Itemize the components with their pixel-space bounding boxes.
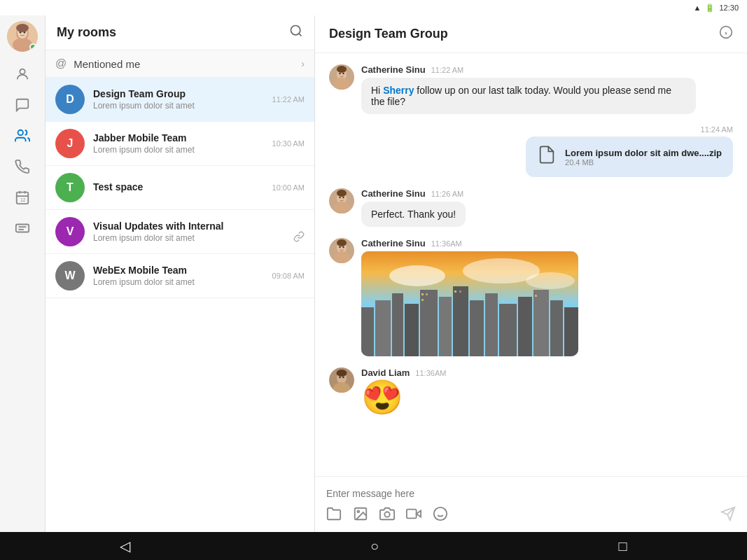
nav-voicemail[interactable]: [8, 214, 36, 242]
room-item-design[interactable]: D Design Team Group Lorem ipsum dolor si…: [46, 78, 314, 122]
room-avatar-d: D: [55, 85, 85, 114]
room-item-visual[interactable]: V Visual Updates with Internal Lorem ips…: [46, 210, 314, 254]
svg-rect-59: [550, 300, 563, 356]
room-item-webex[interactable]: W WebEx Mobile Team Lorem ipsum dolor si…: [46, 254, 314, 298]
catherine-avatar-3: [329, 238, 354, 263]
home-button[interactable]: ○: [370, 538, 379, 554]
svg-rect-52: [439, 297, 452, 356]
file-bubble: Lorem ipsum dolor sit aim dwe....zip 20.…: [526, 136, 733, 177]
svg-rect-53: [453, 286, 468, 356]
svg-rect-77: [407, 510, 417, 519]
attach-image-button[interactable]: [353, 506, 368, 525]
msg-header-3: Catherine Sinu 11:26 AM: [361, 188, 733, 199]
svg-point-40: [339, 246, 340, 248]
svg-line-18: [299, 34, 302, 36]
mention-icon: @: [55, 57, 67, 70]
chat-info-button[interactable]: [719, 25, 733, 43]
room-list-panel: My rooms @ Mentioned me › D Design Team …: [46, 15, 315, 532]
svg-rect-58: [533, 290, 549, 356]
svg-rect-14: [16, 225, 29, 232]
msg-text-after: follow up on our last talk today. Would …: [371, 85, 671, 107]
svg-rect-61: [421, 293, 424, 295]
svg-marker-76: [417, 510, 421, 517]
room-list-title: My rooms: [57, 25, 116, 40]
svg-rect-56: [499, 304, 517, 356]
message-group-4: Catherine Sinu 11:36AM: [329, 238, 733, 356]
svg-point-7: [20, 69, 25, 74]
recents-button[interactable]: □: [619, 538, 627, 554]
user-avatar[interactable]: [7, 21, 38, 52]
battery-icon: 🔋: [705, 4, 715, 13]
svg-point-34: [339, 197, 340, 198]
svg-point-41: [342, 246, 344, 248]
camera-button[interactable]: [379, 506, 395, 525]
back-button[interactable]: ◁: [120, 538, 130, 554]
file-size: 20.4 MB: [565, 158, 722, 167]
svg-point-74: [357, 510, 359, 512]
file-zip-icon: [537, 145, 557, 169]
svg-rect-66: [535, 295, 537, 297]
room-info-webex: WebEx Mobile Team Lorem ipsum dolor sit …: [93, 265, 267, 287]
chat-input-area: [315, 476, 747, 532]
signal-icon: ▲: [694, 4, 701, 12]
svg-rect-54: [470, 300, 484, 356]
nav-rooms[interactable]: [8, 122, 36, 150]
file-name: Lorem ipsum dolor sit aim dwe....zip: [565, 148, 722, 158]
room-preview-design: Lorem ipsum dolor sit amet: [93, 101, 267, 111]
nav-calendar[interactable]: 12: [8, 183, 36, 211]
nav-contacts[interactable]: [8, 60, 36, 88]
online-indicator: [29, 43, 36, 50]
search-button[interactable]: [289, 24, 303, 41]
msg-header-1: Catherine Sinu 11:22 AM: [361, 64, 733, 75]
msg-header-4: Catherine Sinu 11:36AM: [361, 238, 733, 248]
room-time-test: 10:00 AM: [272, 183, 305, 192]
msg-time-1: 11:22 AM: [431, 66, 463, 74]
message-group-3: Catherine Sinu 11:26 AM Perfect. Thank y…: [329, 188, 733, 227]
room-info-design: Design Team Group Lorem ipsum dolor sit …: [93, 88, 267, 111]
msg-content-1: Catherine Sinu 11:22 AM Hi Sherry follow…: [361, 64, 733, 114]
room-item-test[interactable]: T Test space 10:00 AM: [46, 166, 314, 210]
mentioned-me-label: Mentioned me: [74, 58, 301, 70]
svg-point-35: [342, 197, 344, 198]
message-outgoing-file: 11:24 AM Lorem ipsum dolor sit aim dwe..…: [329, 125, 733, 177]
svg-rect-62: [426, 293, 428, 295]
emoji-button[interactable]: [433, 506, 448, 525]
room-action-link[interactable]: [293, 231, 305, 245]
svg-text:12: 12: [20, 197, 26, 202]
msg-bubble-1: Hi Sherry follow up on our last talk tod…: [361, 78, 696, 114]
catherine-avatar-1: [329, 64, 354, 90]
room-avatar-w: W: [55, 261, 85, 290]
out-time: 11:24 AM: [701, 125, 733, 134]
room-list-header: My rooms: [46, 15, 314, 50]
svg-rect-47: [361, 307, 374, 356]
nav-calls[interactable]: [8, 153, 36, 181]
emoji-msg: 😍: [361, 381, 733, 414]
room-name-visual: Visual Updates with Internal: [93, 220, 305, 232]
chat-panel: Design Team Group: [315, 15, 747, 532]
svg-point-42: [337, 239, 347, 246]
attach-folder-button[interactable]: [326, 506, 342, 525]
video-button[interactable]: [406, 506, 421, 525]
svg-point-70: [339, 377, 341, 379]
chevron-right-icon: ›: [301, 58, 305, 69]
svg-point-36: [337, 190, 347, 197]
room-name-jabber: Jabber Mobile Team: [93, 132, 267, 144]
room-items: D Design Team Group Lorem ipsum dolor si…: [46, 78, 314, 532]
msg-content-4: Catherine Sinu 11:36AM: [361, 238, 733, 356]
mentioned-me-row[interactable]: @ Mentioned me ›: [46, 50, 314, 78]
room-time-webex: 09:08 AM: [272, 272, 305, 280]
nav-chat[interactable]: [8, 91, 36, 119]
room-time-design: 11:22 AM: [272, 95, 305, 104]
svg-rect-60: [564, 307, 578, 356]
svg-point-27: [337, 66, 347, 73]
svg-point-44: [389, 265, 445, 286]
svg-point-71: [342, 377, 344, 379]
send-button[interactable]: [720, 506, 736, 525]
svg-rect-49: [392, 293, 403, 356]
status-bar: ▲ 🔋 12:30: [0, 0, 747, 15]
room-item-jabber[interactable]: J Jabber Mobile Team Lorem ipsum dolor s…: [46, 122, 314, 166]
msg-header-5: David Liam 11:36AM: [361, 368, 733, 378]
svg-point-17: [291, 26, 300, 35]
message-input[interactable]: [326, 484, 736, 503]
msg-sender-1: Catherine Sinu: [361, 64, 426, 75]
